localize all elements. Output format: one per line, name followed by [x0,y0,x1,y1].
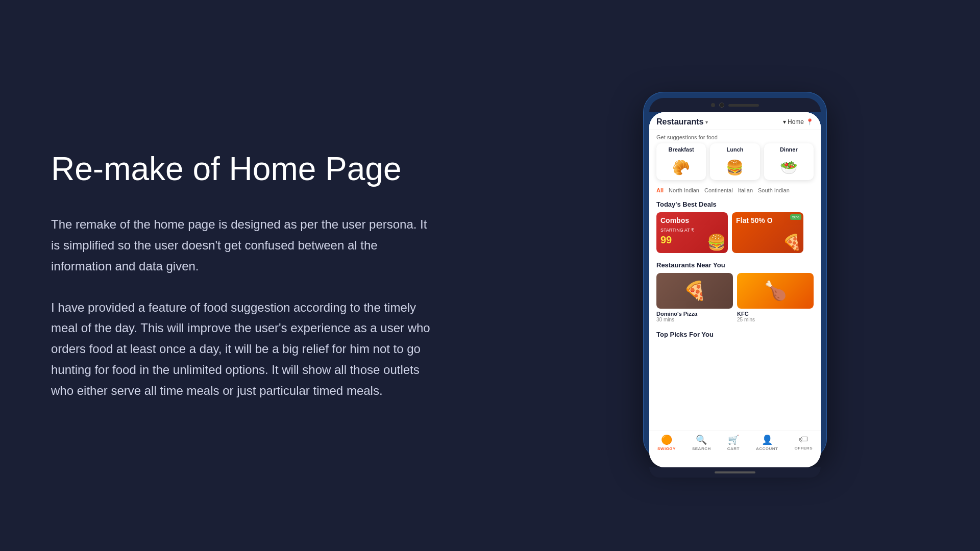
nav-label-search: SEARCH [692,446,711,451]
app-header-location[interactable]: ▾ Home 📍 [783,118,814,126]
restaurant-image-kfc: 🍗 [737,273,814,309]
meal-card-lunch[interactable]: Lunch 🍔 [710,143,760,180]
restaurant-card-dominos[interactable]: 🍕 Domino's Pizza 30 mins [656,273,733,322]
phone-screen: Restaurants ▾ ▾ Home 📍 Get suggestions f… [649,112,821,467]
meal-card-label-dinner: Dinner [764,143,814,155]
paragraph-2: I have provided a feature of food sugges… [51,297,439,402]
account-icon: 👤 [762,434,773,445]
bottom-nav: 🟠 SWIGGY 🔍 SEARCH 🛒 CART 👤 ACCOUNT [649,431,821,453]
meal-card-label-breakfast: Breakfast [656,143,706,155]
nav-item-offers[interactable]: 🏷 OFFERS [795,434,813,451]
search-icon: 🔍 [696,434,707,445]
meal-card-dinner[interactable]: Dinner 🥗 [764,143,814,180]
meal-card-image-breakfast: 🥐 [656,155,706,180]
right-panel: Restaurants ▾ ▾ Home 📍 Get suggestions f… [490,92,980,459]
restaurants-row: 🍕 Domino's Pizza 30 mins 🍗 KFC 25 mins [649,273,821,328]
deal-food-icon-1: 🍔 [707,233,726,251]
restaurant-name-dominos: Domino's Pizza [656,311,733,317]
restaurant-card-kfc[interactable]: 🍗 KFC 25 mins [737,273,814,322]
meal-card-label-lunch: Lunch [710,143,760,155]
cart-icon: 🛒 [728,434,739,445]
nav-item-search[interactable]: 🔍 SEARCH [692,434,711,451]
location-pin-icon: 📍 [806,118,814,126]
description: The remake of the home page is designed … [51,214,439,401]
camera-dot [711,103,715,107]
deal-text-flat50: Flat 50% O [736,216,773,225]
app-brand: Restaurants [656,117,703,127]
phone-frame: Restaurants ▾ ▾ Home 📍 Get suggestions f… [643,92,827,459]
nav-item-account[interactable]: 👤 ACCOUNT [756,434,778,451]
deals-row: CombosSTARTING AT ₹99 🍔 Flat 50% O 50% 🍕 [649,212,821,258]
deal-card-combos[interactable]: CombosSTARTING AT ₹99 🍔 [656,212,728,253]
meal-card-breakfast[interactable]: Breakfast 🥐 [656,143,706,180]
nav-label-swiggy: SWIGGY [657,446,676,451]
nav-item-cart[interactable]: 🛒 CART [727,434,740,451]
camera-lens [719,103,724,108]
nav-item-swiggy[interactable]: 🟠 SWIGGY [657,434,676,451]
phone-top-bar [649,98,821,112]
meal-card-image-lunch: 🍔 [710,155,760,180]
phone-bottom-bar [649,467,821,478]
nav-label-cart: CART [727,446,740,451]
suggestion-label: Get suggestions for food [649,130,821,143]
left-panel: Re-make of Home Page The remake of the h… [0,109,490,442]
restaurant-time-kfc: 25 mins [737,317,814,322]
speaker-bar [728,104,759,107]
top-picks-title: Top Picks For You [649,328,821,342]
deal-text-combos: CombosSTARTING AT ₹99 [660,216,694,246]
restaurant-time-dominos: 30 mins [656,317,733,322]
swiggy-icon: 🟠 [661,434,672,445]
nav-label-account: ACCOUNT [756,446,778,451]
cuisine-south-indian[interactable]: South Indian [758,187,790,193]
nearby-restaurants-title: Restaurants Near You [649,258,821,273]
deal-food-icon-2: 🍕 [782,233,801,251]
cuisine-italian[interactable]: Italian [738,187,753,193]
restaurant-image-dominos: 🍕 [656,273,733,309]
deal-card-flat50[interactable]: Flat 50% O 50% 🍕 [732,212,803,253]
offers-icon: 🏷 [799,434,808,445]
deal-badge-flat50: 50% [790,214,801,220]
cuisine-filter: All North Indian Continental Italian Sou… [649,185,821,197]
paragraph-1: The remake of the home page is designed … [51,214,439,277]
app-content: Restaurants ▾ ▾ Home 📍 Get suggestions f… [649,112,821,467]
cuisine-all[interactable]: All [656,187,664,193]
location-prefix: ▾ Home [783,118,804,126]
cuisine-continental[interactable]: Continental [704,187,733,193]
home-indicator [715,471,755,473]
app-header-left: Restaurants ▾ [656,117,708,127]
meal-card-image-dinner: 🥗 [764,155,814,180]
chevron-down-icon: ▾ [705,119,708,125]
restaurant-name-kfc: KFC [737,311,814,317]
best-deals-title: Today's Best Deals [649,197,821,212]
app-scroll-area[interactable]: Get suggestions for food Breakfast 🥐 Lun… [649,130,821,467]
page-title: Re-make of Home Page [51,149,439,189]
app-header: Restaurants ▾ ▾ Home 📍 [649,112,821,130]
cuisine-north-indian[interactable]: North Indian [669,187,699,193]
nav-label-offers: OFFERS [795,446,813,450]
meal-cards-row: Breakfast 🥐 Lunch 🍔 Dinner 🥗 [649,143,821,185]
